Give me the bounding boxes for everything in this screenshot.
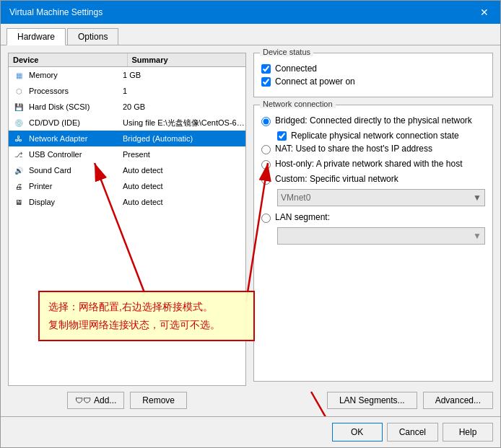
cd-icon: [9, 119, 29, 127]
display-icon: [9, 198, 29, 206]
device-name: Printer: [29, 182, 123, 190]
custom-dropdown-value: VMnet0: [281, 193, 310, 203]
custom-dropdown[interactable]: VMnet0 ▼: [277, 189, 485, 206]
virtual-machine-settings-dialog: Virtual Machine Settings ✕ Hardware Opti…: [0, 0, 501, 448]
ok-button[interactable]: OK: [332, 423, 383, 442]
table-row[interactable]: USB Controller Present: [9, 146, 245, 162]
help-button[interactable]: Help: [443, 423, 493, 442]
device-name: Memory: [29, 71, 123, 79]
device-summary: Bridged (Automatic): [123, 134, 245, 143]
disk-icon: [9, 103, 29, 111]
title-bar: Virtual Machine Settings ✕: [1, 1, 500, 24]
lan-dropdown-arrow-icon: ▼: [473, 231, 482, 241]
device-summary: 1: [123, 87, 245, 95]
tabs-bar: Hardware Options: [1, 24, 500, 45]
connect-at-power-on-checkbox[interactable]: [261, 77, 271, 87]
device-name: Hard Disk (SCSI): [29, 102, 123, 111]
shield-icon: [75, 395, 91, 405]
device-summary: 20 GB: [123, 102, 245, 111]
connect-at-power-on-label: Connect at power on: [275, 76, 355, 87]
hostonly-label: Host-only: A private network shared with…: [275, 159, 462, 169]
connected-checkbox[interactable]: [261, 64, 271, 74]
nat-label: NAT: Used to share the host's IP address: [275, 144, 432, 154]
device-name: Network Adapter: [29, 134, 123, 143]
left-buttons: Add... Remove: [8, 392, 246, 409]
cancel-button[interactable]: Cancel: [387, 423, 438, 442]
sound-icon: [9, 167, 29, 175]
network-connection-section: Network connection Bridged: Connected di…: [253, 105, 493, 382]
connected-label: Connected: [275, 63, 317, 74]
custom-label: Custom: Specific virtual network: [275, 174, 398, 184]
device-name: Sound Card: [29, 166, 123, 175]
network-connection-title: Network connection: [260, 100, 336, 108]
device-summary: 1 GB: [123, 71, 245, 79]
device-summary: Using file E:\光盘镜像\CentOS-6.5-...: [123, 118, 245, 128]
bridged-radio-row: Bridged: Connected directly to the physi…: [261, 115, 485, 126]
memory-icon: [9, 71, 29, 79]
close-button[interactable]: ✕: [477, 7, 492, 17]
usb-icon: [9, 151, 29, 159]
nat-radio[interactable]: [261, 145, 271, 154]
custom-radio-row: Custom: Specific virtual network: [261, 174, 485, 185]
connect-at-power-on-row: Connect at power on: [261, 76, 485, 87]
left-panel: Device Summary Memory 1 GB Processors 1 …: [8, 53, 246, 409]
add-label: Add...: [94, 395, 116, 405]
replicate-checkbox[interactable]: [277, 131, 287, 141]
net-icon: [9, 135, 29, 143]
device-name: Processors: [29, 87, 123, 95]
lan-dropdown[interactable]: ▼: [277, 227, 485, 245]
tab-options[interactable]: Options: [67, 28, 118, 45]
table-row[interactable]: Sound Card Auto detect: [9, 162, 245, 178]
bridged-radio[interactable]: [261, 117, 271, 126]
replicate-row: Replicate physical network connection st…: [277, 131, 485, 141]
right-panel: Device status Connected Connect at power…: [253, 53, 493, 409]
connected-row: Connected: [261, 63, 485, 74]
tab-hardware[interactable]: Hardware: [6, 28, 66, 45]
device-summary: Auto detect: [123, 182, 245, 190]
dialog-title: Virtual Machine Settings: [9, 7, 103, 17]
lan-segment-row: LAN segment:: [261, 212, 485, 223]
table-row[interactable]: Hard Disk (SCSI) 20 GB: [9, 99, 245, 115]
table-row[interactable]: Display Auto detect: [9, 194, 245, 210]
replicate-label: Replicate physical network connection st…: [291, 131, 459, 141]
device-name: Display: [29, 198, 123, 206]
annotation-line1: 选择：网络配置,右边选择桥接模式。: [48, 298, 245, 316]
device-status-title: Device status: [260, 48, 313, 56]
printer-icon: [9, 183, 29, 190]
bottom-bar: OK Cancel Help: [1, 416, 500, 447]
annotation-box: 选择：网络配置,右边选择桥接模式。 复制物理网络连接状态，可选可不选。: [38, 291, 255, 341]
right-action-buttons: LAN Segments... Advanced...: [253, 392, 493, 409]
hostonly-radio-row: Host-only: A private network shared with…: [261, 159, 485, 170]
remove-button[interactable]: Remove: [130, 392, 187, 409]
nat-radio-row: NAT: Used to share the host's IP address: [261, 144, 485, 154]
device-name: USB Controller: [29, 150, 123, 159]
col-summary: Summary: [128, 53, 246, 66]
device-summary: Auto detect: [123, 198, 245, 206]
bridged-label: Bridged: Connected directly to the physi…: [275, 115, 472, 126]
advanced-button[interactable]: Advanced...: [423, 392, 493, 409]
dropdown-arrow-icon: ▼: [473, 193, 482, 203]
col-device: Device: [9, 53, 128, 66]
main-content: Device Summary Memory 1 GB Processors 1 …: [1, 45, 500, 416]
lan-segment-radio[interactable]: [261, 214, 271, 223]
add-button[interactable]: Add...: [67, 392, 124, 409]
device-summary: Auto detect: [123, 166, 245, 175]
table-row[interactable]: Memory 1 GB: [9, 67, 245, 83]
table-row[interactable]: Printer Auto detect: [9, 178, 245, 194]
lan-segments-button[interactable]: LAN Segments...: [327, 392, 417, 409]
device-status-section: Device status Connected Connect at power…: [253, 53, 493, 97]
custom-radio[interactable]: [261, 175, 271, 185]
device-name: CD/DVD (IDE): [29, 118, 123, 127]
table-row[interactable]: CD/DVD (IDE) Using file E:\光盘镜像\CentOS-6…: [9, 115, 245, 131]
custom-dropdown-container: VMnet0 ▼: [277, 189, 485, 206]
lan-dropdown-container: ▼: [277, 227, 485, 245]
lan-segment-label: LAN segment:: [275, 212, 330, 222]
table-row[interactable]: Processors 1: [9, 83, 245, 99]
annotation-line2: 复制物理网络连接状态，可选可不选。: [48, 316, 245, 334]
table-header: Device Summary: [9, 53, 245, 67]
device-summary: Present: [123, 150, 245, 159]
table-row-network-adapter[interactable]: Network Adapter Bridged (Automatic): [9, 131, 245, 146]
cpu-icon: [9, 87, 29, 95]
hostonly-radio[interactable]: [261, 160, 271, 170]
